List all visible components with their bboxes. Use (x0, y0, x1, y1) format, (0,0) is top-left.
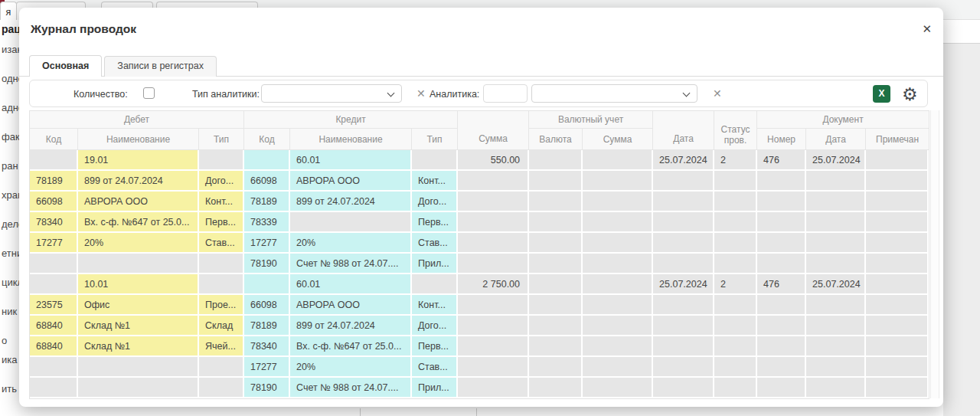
journal-row[interactable]: 66098АВРОРА ОООКонт...78189899 от 24.07.… (30, 192, 929, 212)
background-grid-line (476, 408, 477, 416)
cell-note (866, 336, 929, 357)
cell-sum (458, 254, 529, 274)
cell-credit-type: Прил... (412, 378, 458, 398)
cell-currency-sum (583, 212, 653, 233)
cell-doc-date (806, 171, 866, 192)
cell-debit-name: 19.01 (78, 150, 199, 171)
cell-doc-number (757, 336, 806, 357)
cell-debit-type: Дого... (199, 171, 244, 192)
journal-row[interactable]: 10.0160.012 750.0025.07.2024247625.07.20… (30, 274, 929, 295)
col-note: Примечан (866, 129, 929, 150)
cell-currency-sum (583, 274, 653, 295)
cell-credit-code: 17277 (244, 233, 290, 254)
journal-row[interactable]: 68840Склад №1Ячей...78340Вх. с-ф. №647 о… (30, 336, 929, 357)
cell-date (653, 212, 714, 233)
excel-export-button[interactable]: X (873, 85, 890, 103)
journal-row[interactable]: 1727720%Став...1727720%Став... (30, 233, 929, 254)
cell-credit-type: Перв... (412, 336, 458, 357)
cell-credit-code: 78189 (244, 316, 290, 336)
cell-credit-code: 78190 (244, 378, 290, 398)
cell-currency (529, 150, 583, 171)
cell-status (714, 378, 757, 398)
cell-sum (458, 233, 529, 254)
cell-status (714, 295, 757, 316)
cell-doc-number: 476 (757, 274, 806, 295)
journal-row[interactable]: 78189899 от 24.07.2024Дого...66098АВРОРА… (30, 171, 929, 192)
close-icon[interactable]: ✕ (922, 23, 932, 34)
cell-currency (529, 295, 583, 316)
cell-credit-code: 78190 (244, 254, 290, 274)
journal-row[interactable]: 78340Вх. с-ф. №647 от 25.0...Перв...7833… (30, 212, 929, 233)
col-group-debit: Дебет (30, 111, 244, 129)
cell-currency (529, 254, 583, 274)
cell-doc-number (757, 192, 806, 212)
cell-date (653, 192, 714, 212)
analytics-select[interactable] (531, 84, 697, 103)
filter-bar: Количество: Тип аналитики: ✕ Аналитика: … (29, 80, 928, 107)
journal-row[interactable]: 23575ОфисПрое...66098АВРОРА ОООКонт... (30, 295, 929, 316)
background-right-panel (943, 20, 980, 44)
col-status: Статус пров. (714, 111, 757, 150)
col-credit-code: Код (244, 129, 290, 150)
cell-debit-name (78, 357, 199, 378)
journal-row[interactable]: 78190Счет № 988 от 24.07....Прил... (30, 254, 929, 274)
clear-analytics-icon[interactable]: ✕ (713, 88, 722, 99)
cell-status (714, 171, 757, 192)
cell-debit-code (30, 378, 78, 398)
dialog-tabs: Основная Записи в регистрах (29, 55, 219, 77)
cell-credit-code: 78339 (244, 212, 290, 233)
cell-currency (529, 212, 583, 233)
background-right-area (943, 20, 980, 416)
cell-debit-type: Склад (199, 316, 244, 336)
cell-note (866, 192, 929, 212)
dialog-title: Журнал проводок (31, 22, 136, 36)
background-tab-active[interactable]: я (0, 2, 17, 21)
cell-debit-code: 78189 (30, 171, 78, 192)
cell-credit-name: Вх. с-ф. №647 от 25.0... (290, 336, 412, 357)
cell-doc-number (757, 254, 806, 274)
cell-doc-number (757, 212, 806, 233)
cell-sum (458, 378, 529, 398)
analytics-input[interactable] (483, 84, 528, 103)
cell-date: 25.07.2024 (653, 150, 714, 171)
cell-credit-type: Став... (412, 357, 458, 378)
cell-note (866, 295, 929, 316)
cell-credit-name: 60.01 (290, 150, 412, 171)
analytics-type-select[interactable] (261, 84, 402, 103)
cell-debit-code: 78340 (30, 212, 78, 233)
cell-currency (529, 316, 583, 336)
cell-note (866, 357, 929, 378)
clear-analytics-type-icon[interactable]: ✕ (416, 88, 426, 99)
journal-row[interactable]: 68840Склад №1Склад78189899 от 24.07.2024… (30, 316, 929, 336)
cell-credit-name: АВРОРА ООО (290, 295, 412, 316)
cell-credit-type (412, 150, 458, 171)
journal-row[interactable]: 1727720%Став... (30, 357, 929, 378)
cell-debit-code (30, 274, 78, 295)
cell-currency (529, 233, 583, 254)
cell-doc-date (806, 295, 866, 316)
cell-currency-sum (583, 357, 653, 378)
cell-debit-code (30, 357, 78, 378)
gear-icon[interactable]: ⚙ (902, 83, 918, 106)
cell-debit-name: 10.01 (78, 274, 199, 295)
cell-sum: 2 750.00 (458, 274, 529, 295)
tab-main[interactable]: Основная (29, 55, 102, 77)
vertical-scrollbar[interactable] (930, 110, 939, 398)
cell-note (866, 254, 929, 274)
cell-credit-name: 20% (290, 233, 412, 254)
cell-debit-name: 899 от 24.07.2024 (78, 171, 199, 192)
cell-debit-code (30, 254, 78, 274)
journal-row[interactable]: 19.0160.01550.0025.07.2024247625.07.2024 (30, 150, 929, 171)
journal-row[interactable]: 78190Счет № 988 от 24.07....Прил... (30, 378, 929, 398)
tab-register-records[interactable]: Записи в регистрах (104, 56, 217, 77)
cell-credit-code: 17277 (244, 357, 290, 378)
cell-currency-sum (583, 316, 653, 336)
cell-debit-type: Став... (199, 233, 244, 254)
cell-credit-name (290, 212, 412, 233)
cell-note (866, 150, 929, 171)
cell-doc-date (806, 378, 866, 398)
col-doc-number: Номер (757, 129, 806, 150)
col-credit-type: Тип (412, 129, 458, 150)
chevron-down-icon (387, 90, 395, 97)
quantity-checkbox[interactable] (143, 87, 155, 99)
